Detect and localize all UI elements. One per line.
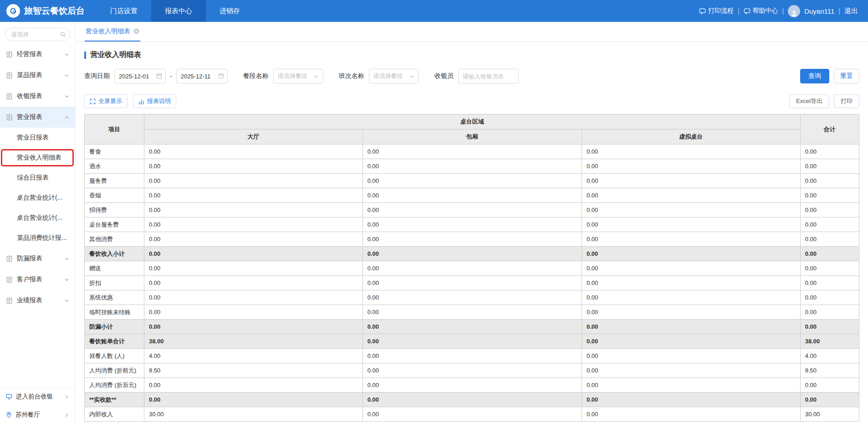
- chevron-down-icon: [64, 52, 69, 57]
- tab-bar: 营业收入明细表: [76, 22, 868, 42]
- row-label: 其他消费: [85, 232, 144, 247]
- chevron-down-icon: [64, 73, 69, 78]
- tab-close-icon[interactable]: [133, 28, 139, 34]
- sidebar-subitem[interactable]: 菜品消费统计报...: [0, 228, 75, 248]
- help-center-link[interactable]: 帮助中心: [744, 7, 778, 15]
- chevron-down-icon: [409, 74, 414, 79]
- excel-export-button[interactable]: Excel导出: [789, 94, 829, 108]
- sidebar-item[interactable]: 经营报表: [0, 44, 75, 65]
- print-flow-link[interactable]: 打印流程: [699, 7, 734, 15]
- table-cell: 0.00: [582, 393, 801, 407]
- meal-select[interactable]: 请选择餐段: [273, 69, 323, 83]
- table-cell: 0.00: [800, 393, 859, 407]
- table-cell: 0.00: [363, 247, 582, 261]
- avatar[interactable]: [788, 5, 800, 17]
- help-center-label: 帮助中心: [753, 7, 778, 15]
- table-cell: 0.00: [800, 232, 859, 247]
- location-pin-icon: [6, 412, 12, 418]
- date-from-field: [114, 69, 166, 83]
- sidebar-item[interactable]: 防漏报表: [0, 248, 75, 269]
- table-cell: 0.00: [582, 363, 801, 378]
- separator: |: [838, 7, 840, 15]
- fullscreen-button[interactable]: 全屏展示: [84, 94, 128, 108]
- table-cell: 4.00: [800, 349, 859, 363]
- table-row: 就餐人数 (人)4.000.000.004.00: [85, 349, 859, 363]
- print-button[interactable]: 打印: [834, 94, 859, 108]
- table-cell: 0.00: [363, 320, 582, 334]
- store-selector[interactable]: 苏州餐厅: [0, 406, 75, 424]
- main: 营业收入明细表 营业收入明细表 查询日期 -: [76, 22, 868, 424]
- sidebar-subitem[interactable]: 桌台营业统计(...: [0, 188, 75, 208]
- sidebar-item[interactable]: 客户报表: [0, 269, 75, 290]
- sidebar-subitem[interactable]: 综合日报表: [0, 168, 75, 188]
- table-row: 服务费0.000.000.000.00: [85, 174, 859, 188]
- sidebar-item[interactable]: 收银报表: [0, 86, 75, 107]
- col-header-item: 项目: [85, 114, 144, 145]
- table-cell: 0.00: [582, 334, 801, 349]
- enter-pos-link[interactable]: 进入前台收银: [0, 388, 75, 406]
- table-cell: 0.00: [144, 188, 363, 203]
- table-cell: 0.00: [800, 290, 859, 305]
- sidebar-item[interactable]: 菜品报表: [0, 65, 75, 86]
- footer-item-label: 进入前台收银: [16, 393, 61, 401]
- sidebar-item[interactable]: 业绩报表: [0, 290, 75, 311]
- table-cell: 0.00: [144, 145, 363, 159]
- nav-item[interactable]: 进销存: [206, 0, 254, 22]
- table-cell: 0.00: [582, 217, 801, 232]
- table-cell: 0.00: [144, 290, 363, 305]
- table-cell: 0.00: [144, 320, 363, 334]
- sidebar-subitem[interactable]: 营业收入明细表: [0, 148, 75, 168]
- chat-icon: [699, 8, 706, 15]
- table-body: 餐食0.000.000.000.00酒水0.000.000.000.00服务费0…: [85, 145, 859, 422]
- shift-select[interactable]: 请选择餐段: [369, 69, 419, 83]
- nav-item[interactable]: 报表中心: [151, 0, 206, 22]
- row-label: 服务费: [85, 174, 144, 188]
- sidebar-subitem[interactable]: 营业日报表: [0, 128, 75, 148]
- table-row: **实收款**0.000.000.000.00: [85, 393, 859, 407]
- table-cell: 0.00: [144, 174, 363, 188]
- print-flow-label: 打印流程: [708, 7, 734, 15]
- cashier-input[interactable]: [458, 69, 519, 83]
- nav-items: 门店设置报表中心进销存: [97, 0, 254, 22]
- report-icon: [6, 72, 13, 79]
- sidebar-item[interactable]: 营业报表: [0, 107, 75, 128]
- logout-link[interactable]: 退出: [844, 7, 858, 16]
- date-separator: -: [170, 72, 172, 80]
- sidebar-subitem-label: 营业日报表: [17, 134, 49, 142]
- chevron-right-icon: [64, 394, 69, 399]
- row-label: 人均消费 (折前元): [85, 363, 144, 378]
- footer-item-label: 苏州餐厅: [15, 411, 61, 419]
- table-cell: 0.00: [363, 305, 582, 320]
- page-title-text: 营业收入明细表: [90, 50, 141, 60]
- col-header-room: 包厢: [363, 129, 582, 145]
- report-table: 项目 桌台区域 合计 大厅 包厢 虚拟桌台 餐食0.000.000.000.00…: [84, 114, 859, 422]
- reset-button[interactable]: 重置: [834, 69, 859, 83]
- chevron-up-icon: [64, 115, 69, 120]
- page-title: 营业收入明细表: [84, 50, 859, 60]
- table-row: 桌台服务费0.000.000.000.00: [85, 217, 859, 232]
- date-range-label: 查询日期: [84, 72, 110, 80]
- report-note-button[interactable]: 报表说明: [133, 94, 176, 108]
- sidebar-subitem[interactable]: 桌台营业统计(...: [0, 208, 75, 228]
- sidebar-item-label: 业绩报表: [17, 296, 60, 305]
- meal-select-value: 请选择餐段: [278, 72, 307, 80]
- table-row: 系统优惠0.000.000.000.00: [85, 290, 859, 305]
- sidebar-item-label: 收银报表: [17, 92, 60, 100]
- tab-revenue-detail[interactable]: 营业收入明细表: [85, 22, 140, 41]
- table-cell: 0.00: [363, 407, 582, 422]
- table-cell: 0.00: [144, 232, 363, 247]
- tab-label: 营业收入明细表: [86, 27, 130, 36]
- row-label: 餐饮账单合计: [85, 334, 144, 349]
- query-button[interactable]: 查询: [800, 69, 829, 83]
- sidebar-item-label: 防漏报表: [17, 254, 60, 263]
- table-cell: 0.00: [363, 188, 582, 203]
- table-row: 赠送0.000.000.000.00: [85, 261, 859, 276]
- separator: |: [782, 7, 784, 15]
- row-label: 系统优惠: [85, 290, 144, 305]
- table-row: 酒水0.000.000.000.00: [85, 159, 859, 174]
- table-cell: 0.00: [582, 174, 801, 188]
- title-accent-bar: [84, 52, 86, 59]
- table-cell: 0.00: [363, 174, 582, 188]
- brand[interactable]: 旅智云餐饮后台: [0, 0, 97, 22]
- nav-item[interactable]: 门店设置: [97, 0, 151, 22]
